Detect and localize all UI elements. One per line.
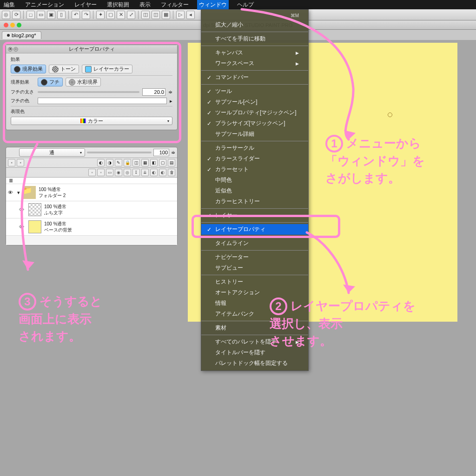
menu-item[interactable]: ナビゲーター	[201, 252, 308, 263]
menu-item[interactable]: ✓ブラシサイズ[マジックペン]	[201, 118, 308, 129]
menu-表示[interactable]: 表示	[138, 0, 152, 10]
close-icon[interactable]	[4, 23, 8, 27]
window-menu[interactable]: ⌘M 拡大／縮小すべてを手前に移動キャンバス▶ワークスペース▶✓コマンドバー✓ツ…	[201, 9, 309, 371]
menu-item[interactable]: サブツール詳細	[201, 129, 308, 139]
layer-row[interactable]: 👁 100 %通常ベースの背景	[6, 218, 177, 236]
transfer-icon[interactable]: ↧	[132, 169, 140, 176]
menu-item[interactable]: ✓コマンドバー	[201, 72, 308, 83]
menubar[interactable]: 編集アニメーションレイヤー選択範囲表示フィルターウィンドウヘルプ	[0, 0, 476, 9]
panel-header[interactable]: ✕− レイヤープロパティ	[6, 45, 177, 53]
visibility-icon[interactable]: 👁	[19, 224, 26, 230]
menu-item[interactable]: カラーヒストリー	[201, 196, 308, 207]
layer-icon[interactable]: ◫	[132, 159, 140, 166]
new-layer-icon[interactable]: ▫	[97, 169, 105, 176]
toolbar-icon[interactable]: ◂	[186, 11, 195, 19]
edge-color-picker[interactable]	[38, 98, 167, 104]
menu-item[interactable]: キャンバス▶	[201, 47, 308, 58]
menu-item[interactable]: 素材	[201, 323, 308, 333]
menu-item[interactable]: ヒストリー	[201, 277, 308, 287]
option-border-effect[interactable]: 境界効果	[11, 65, 46, 73]
opacity-slider[interactable]	[87, 152, 152, 153]
menu-レイヤー[interactable]: レイヤー	[73, 0, 99, 10]
arrow-icon[interactable]: ▸	[170, 98, 172, 104]
new-icon[interactable]: □	[26, 11, 35, 19]
menu-item[interactable]: ✓ツールプロパティ[マジックペン]	[201, 107, 308, 118]
menu-item[interactable]: 近似色	[201, 185, 308, 196]
menu-item[interactable]: ✓レイヤー	[201, 210, 308, 221]
toolbar-icon[interactable]: ▦	[162, 11, 170, 19]
stepper-icon[interactable]: ≑	[168, 89, 172, 95]
expand-icon[interactable]: ▾	[17, 190, 20, 196]
layer-icon[interactable]: ✎	[115, 159, 122, 166]
toolbar-icon[interactable]: ✕	[117, 11, 125, 19]
menu-item[interactable]: ✓レイヤープロパティ	[201, 224, 308, 235]
visibility-icon[interactable]: 👁	[8, 190, 14, 195]
panel-min-icon[interactable]: −	[13, 47, 18, 52]
option-tone[interactable]: トーン	[49, 65, 79, 73]
undo-icon[interactable]: ↶	[72, 11, 80, 19]
menu-item[interactable]: サブビュー	[201, 263, 308, 273]
toolbar-icon[interactable]: ⤢	[127, 11, 135, 19]
menu-item[interactable]: ✓カラースライダー	[201, 153, 308, 164]
layer-icon[interactable]: ◉	[115, 169, 122, 176]
menu-item[interactable]: パレットドック幅を固定する	[201, 358, 308, 369]
option-watercolor[interactable]: 水彩境界	[66, 78, 101, 86]
blend-mode-dropdown[interactable]: 通	[19, 148, 85, 157]
expression-dropdown[interactable]: カラー	[11, 117, 172, 125]
layer-icon[interactable]: ▫	[8, 159, 15, 166]
menu-item[interactable]: タイトルバーを隠す	[201, 347, 308, 358]
menu-ウィンドウ[interactable]: ウィンドウ	[197, 0, 229, 10]
minimize-icon[interactable]	[10, 23, 15, 27]
menu-item[interactable]: タイムライン	[201, 238, 308, 249]
menu-編集[interactable]: 編集	[2, 0, 17, 10]
menu-アニメーション[interactable]: アニメーション	[23, 0, 66, 10]
toolbar-icon[interactable]: ◫	[141, 11, 150, 19]
redo-icon[interactable]: ↷	[82, 11, 90, 19]
layers-icon[interactable]: ≣	[6, 178, 15, 184]
toolbar-icon[interactable]: ◫	[152, 11, 160, 19]
menu-item[interactable]: ✓サブツール[ペン]	[201, 97, 308, 107]
lock-icon[interactable]: 🔒	[124, 159, 131, 166]
stepper-icon[interactable]: ≑	[171, 150, 175, 156]
layer-icon[interactable]: ◐	[159, 169, 166, 176]
layer-row[interactable]: 👁 ▾ 📁 100 %通常フォルダー 2	[6, 184, 177, 201]
layer-icon[interactable]: ▦	[141, 159, 149, 166]
menu-item[interactable]: 情報	[201, 298, 308, 309]
menu-フィルター[interactable]: フィルター	[159, 0, 191, 10]
layer-icon[interactable]: ◎	[124, 169, 131, 176]
menu-item[interactable]: カラーサークル	[201, 143, 308, 153]
thickness-slider[interactable]	[38, 91, 139, 93]
menu-item[interactable]: すべてを手前に移動	[201, 33, 308, 44]
mask-icon[interactable]: ◐	[150, 169, 158, 176]
toolbar-icon[interactable]: ▷	[176, 11, 185, 19]
layer-icon[interactable]: ◐	[97, 159, 105, 166]
layer-icon[interactable]: ◧	[150, 159, 158, 166]
layer-icon[interactable]: ▫	[17, 159, 24, 166]
menu-item[interactable]: すべてのパレットを隠す▶	[201, 337, 308, 347]
document-tab[interactable]: blog2.png*	[2, 31, 41, 39]
new-folder-icon[interactable]: ▭	[106, 169, 113, 176]
toolbar-icon[interactable]: ✦	[96, 11, 105, 19]
toolbar-icon[interactable]: ▢	[106, 11, 115, 19]
panel-close-icon[interactable]: ✕	[8, 47, 13, 52]
open-icon[interactable]: ▭	[37, 11, 45, 19]
toolbar-icon[interactable]: ◎	[2, 11, 10, 19]
menu-item[interactable]: 拡大／縮小	[201, 20, 308, 30]
menu-item[interactable]: ワークスペース▶	[201, 58, 308, 69]
menu-item[interactable]: アイテムバンク	[201, 309, 308, 319]
trash-icon[interactable]: 🗑	[168, 169, 175, 176]
layer-icon[interactable]: ▢	[159, 159, 166, 166]
visibility-icon[interactable]: 👁	[19, 207, 26, 212]
option-edge[interactable]: フチ	[38, 78, 63, 86]
menu-item[interactable]: オートアクション	[201, 287, 308, 298]
layer-icon[interactable]: ◑	[106, 159, 113, 166]
layer-icon[interactable]: ▤	[168, 159, 175, 166]
merge-icon[interactable]: ⇊	[141, 169, 149, 176]
toolbar-icon[interactable]: ⟳	[12, 11, 20, 19]
menu-ヘルプ[interactable]: ヘルプ	[235, 0, 256, 10]
maximize-icon[interactable]	[17, 23, 21, 27]
menu-item[interactable]: ✓カラーセット	[201, 164, 308, 175]
menu-選択範囲[interactable]: 選択範囲	[105, 0, 131, 10]
layer-row[interactable]: 👁 100 %通常ふち文字	[6, 201, 177, 218]
menu-item[interactable]: ✓ツール	[201, 86, 308, 97]
